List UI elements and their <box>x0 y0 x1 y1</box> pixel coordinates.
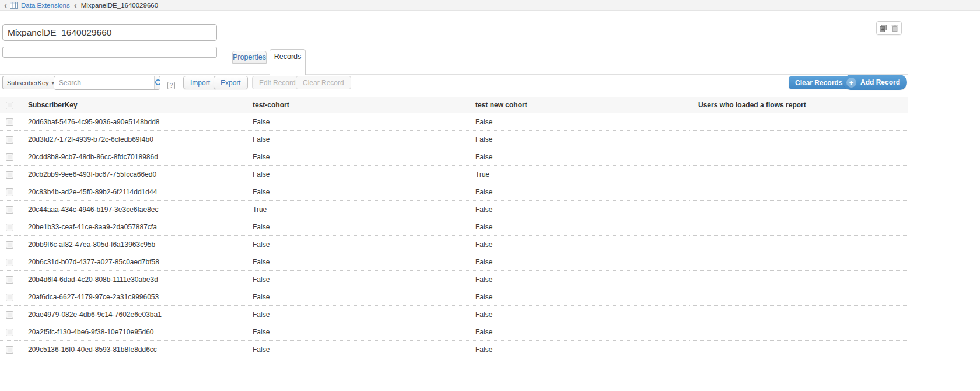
cell-test-new-cohort: False <box>467 288 690 306</box>
row-checkbox[interactable] <box>6 294 13 301</box>
cell-subscriber-key: 20d3fd27-172f-4939-b72c-6cfedb69f4b0 <box>19 131 244 148</box>
cell-test-cohort: False <box>244 253 467 271</box>
cell-test-cohort: False <box>244 113 467 131</box>
cell-test-new-cohort: False <box>467 306 690 323</box>
row-checkbox[interactable] <box>6 188 13 196</box>
row-checkbox[interactable] <box>6 241 13 249</box>
table-row: 20c83b4b-ad2e-45f0-89b2-6f2114dd1d44Fals… <box>0 183 908 201</box>
row-checkbox[interactable] <box>6 276 13 284</box>
extension-actions-group <box>876 21 902 35</box>
cell-test-new-cohort: False <box>467 253 690 271</box>
cell-test-new-cohort: False <box>467 341 690 358</box>
records-table: SubscriberKey test-cohort test new cohor… <box>0 97 908 358</box>
row-checkbox-cell <box>0 288 19 306</box>
cell-flows-report <box>690 341 908 358</box>
search-field-dropdown-value: SubscriberKey <box>7 79 49 86</box>
cell-test-new-cohort: False <box>467 236 690 253</box>
column-header-flows-report: Users who loaded a flows report <box>690 97 908 113</box>
cell-subscriber-key: 20be1b33-ceaf-41ce-8aa9-2da057887cfa <box>19 218 244 236</box>
cell-subscriber-key: 20ae4979-082e-4db6-9c14-7602e6e03ba1 <box>19 306 244 323</box>
row-checkbox[interactable] <box>6 259 13 266</box>
row-checkbox-cell <box>0 341 19 358</box>
cell-test-cohort: False <box>244 323 467 341</box>
cell-flows-report <box>690 253 908 271</box>
row-checkbox[interactable] <box>6 136 13 144</box>
table-row: 20af6dca-6627-4179-97ce-2a31c9996053Fals… <box>0 288 908 306</box>
clear-record-button[interactable]: Clear Record <box>296 76 351 89</box>
cell-test-new-cohort: False <box>467 323 690 341</box>
cell-test-cohort: False <box>244 341 467 358</box>
trash-icon[interactable] <box>891 25 898 32</box>
search-input[interactable] <box>54 76 154 89</box>
row-checkbox-cell <box>0 271 19 288</box>
records-body: 20d63baf-5476-4c95-9036-a90e5148bdd8Fals… <box>0 113 908 358</box>
panel-divider <box>0 74 908 75</box>
cell-test-cohort: False <box>244 148 467 166</box>
row-checkbox[interactable] <box>6 118 13 126</box>
import-button[interactable]: Import <box>183 76 217 89</box>
cell-subscriber-key: 20cdd8b8-9cb7-48db-86cc-8fdc7018986d <box>19 148 244 166</box>
cell-test-cohort: False <box>244 131 467 148</box>
cell-flows-report <box>690 218 908 236</box>
cell-subscriber-key: 20c44aaa-434c-4946-b197-3e3ce6fae8ec <box>19 201 244 218</box>
search-button[interactable] <box>154 76 160 89</box>
clear-records-button[interactable]: Clear Records <box>789 76 849 89</box>
extension-description-field[interactable] <box>2 47 217 58</box>
extension-name-field[interactable] <box>2 24 217 41</box>
export-button[interactable]: Export <box>214 76 248 89</box>
breadcrumb-current: MixpanelDE_1640029660 <box>81 2 158 9</box>
back-icon[interactable]: ‹ <box>4 1 7 9</box>
cell-test-cohort: False <box>244 288 467 306</box>
table-row: 20ae4979-082e-4db6-9c14-7602e6e03ba1Fals… <box>0 306 908 323</box>
cell-flows-report <box>690 288 908 306</box>
cell-subscriber-key: 20cb2bb9-9ee6-493f-bc67-755fcca66ed0 <box>19 166 244 183</box>
table-row: 20d63baf-5476-4c95-9036-a90e5148bdd8Fals… <box>0 113 908 131</box>
table-header-row: SubscriberKey test-cohort test new cohor… <box>0 97 908 113</box>
row-checkbox[interactable] <box>6 346 13 354</box>
cell-subscriber-key: 20af6dca-6627-4179-97ce-2a31c9996053 <box>19 288 244 306</box>
cell-test-new-cohort: False <box>467 271 690 288</box>
search-box <box>54 76 160 90</box>
row-checkbox[interactable] <box>6 311 13 319</box>
cell-test-cohort: False <box>244 306 467 323</box>
table-row: 20d3fd27-172f-4939-b72c-6cfedb69f4b0Fals… <box>0 131 908 148</box>
copy-icon[interactable] <box>880 25 887 32</box>
breadcrumb-link-data-extensions[interactable]: Data Extensions <box>21 2 70 9</box>
table-row: 20cb2bb9-9ee6-493f-bc67-755fcca66ed0Fals… <box>0 166 908 183</box>
row-checkbox[interactable] <box>6 224 13 231</box>
cell-test-cohort: False <box>244 218 467 236</box>
search-icon <box>155 79 160 88</box>
row-checkbox-cell <box>0 323 19 341</box>
cell-test-cohort: False <box>244 166 467 183</box>
row-checkbox-cell <box>0 253 19 271</box>
breadcrumb: ‹ Data Extensions ‹ MixpanelDE_164002966… <box>0 0 980 11</box>
edit-record-button[interactable]: Edit Record <box>252 76 303 89</box>
cell-flows-report <box>690 113 908 131</box>
row-checkbox[interactable] <box>6 329 13 336</box>
cell-test-cohort: False <box>244 236 467 253</box>
cell-flows-report <box>690 131 908 148</box>
cell-test-cohort: False <box>244 271 467 288</box>
row-checkbox[interactable] <box>6 171 13 179</box>
table-row: 20b6c31d-b07d-4377-a027-85c0aed7bf58Fals… <box>0 253 908 271</box>
cell-flows-report <box>690 201 908 218</box>
cell-test-new-cohort: False <box>467 218 690 236</box>
tab-properties[interactable]: Properties <box>232 51 267 64</box>
cell-subscriber-key: 209c5136-16f0-40ed-8593-81b8fe8dd6cc <box>19 341 244 358</box>
select-all-checkbox[interactable] <box>6 102 13 109</box>
cell-flows-report <box>690 306 908 323</box>
search-field-dropdown[interactable]: SubscriberKey ▾ <box>2 76 59 89</box>
cell-test-new-cohort: False <box>467 131 690 148</box>
tab-records[interactable]: Records <box>270 49 306 75</box>
cell-flows-report <box>690 271 908 288</box>
help-icon[interactable]: ? <box>167 82 175 89</box>
cell-flows-report <box>690 236 908 253</box>
row-checkbox[interactable] <box>6 206 13 214</box>
breadcrumb-separator-icon: ‹ <box>74 1 77 9</box>
row-checkbox-cell <box>0 148 19 166</box>
row-checkbox-cell <box>0 236 19 253</box>
row-checkbox-cell <box>0 131 19 148</box>
row-checkbox[interactable] <box>6 153 13 161</box>
add-record-button[interactable]: + Add Record <box>844 75 907 90</box>
data-extension-grid-icon <box>10 2 18 9</box>
